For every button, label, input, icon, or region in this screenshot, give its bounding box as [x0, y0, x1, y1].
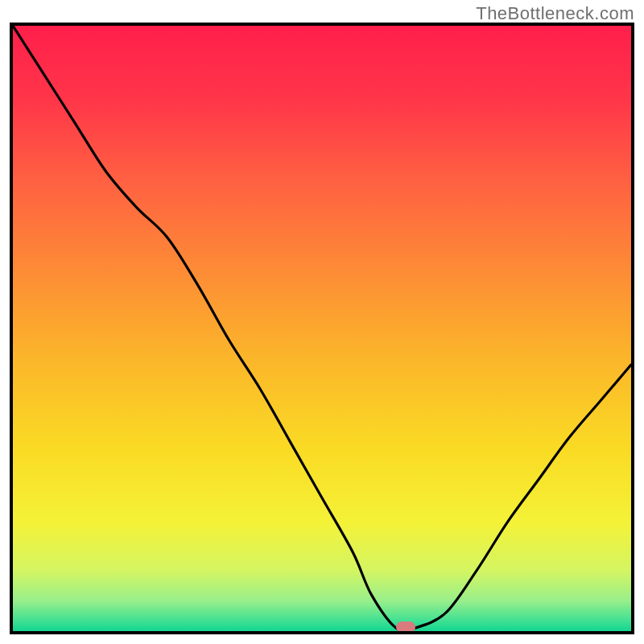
marker-dot	[396, 621, 415, 633]
watermark-text: TheBottleneck.com	[476, 3, 634, 24]
curve-line	[13, 26, 631, 631]
chart-frame: TheBottleneck.com	[0, 0, 644, 644]
plot-area	[10, 23, 634, 634]
